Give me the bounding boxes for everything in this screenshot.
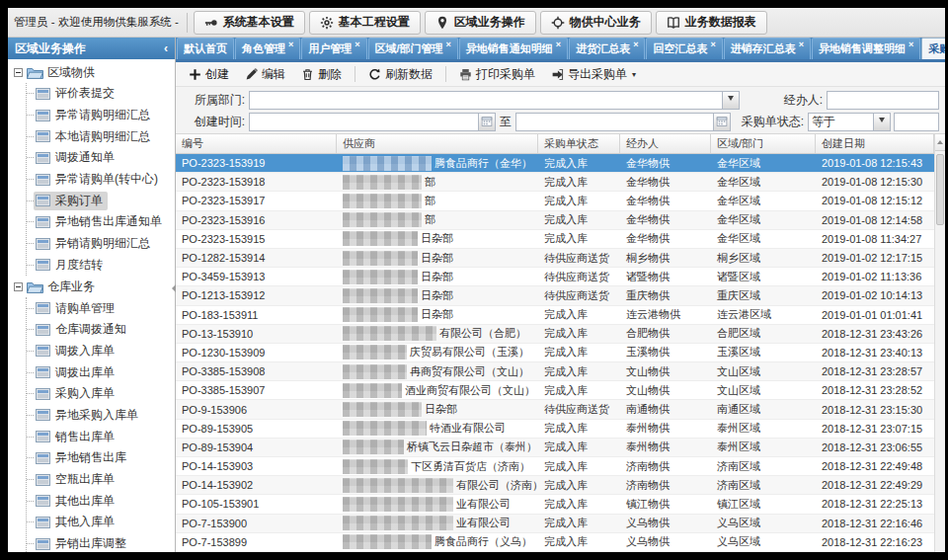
table-row[interactable]: PO-7-153900业有限公司完成入库义乌物供义乌区域2018-12-31 2… <box>176 515 945 533</box>
top-menu-button-3[interactable]: 区域业务操作 <box>425 11 536 35</box>
table-row[interactable]: PO-3385-153908冉商贸有限公司（文山）完成入库文山物供文山区域201… <box>176 362 945 381</box>
created-to-field[interactable] <box>519 114 730 130</box>
tab-6[interactable]: 进货汇总表× <box>569 38 645 59</box>
tab-5[interactable]: 异地销售通知明细× <box>459 38 568 59</box>
top-menu-button-5[interactable]: 业务数据报表 <box>656 11 767 35</box>
column-header-1[interactable]: 编号 <box>176 134 337 153</box>
top-menu-button-2[interactable]: 基本工程设置 <box>309 11 421 35</box>
sidebar-item-异地采购入库单[interactable]: 异地采购入库单 <box>27 405 175 427</box>
tab-close-icon[interactable]: × <box>446 40 451 49</box>
calendar-icon[interactable] <box>478 114 495 130</box>
sidebar-item-采购订单[interactable]: 采购订单 <box>27 190 175 211</box>
table-row[interactable]: PO-13-153910有限公司（合肥）完成入库合肥物供合肥区域2018-12-… <box>176 325 945 344</box>
table-row[interactable]: PO-2323-153916部完成入库金华物供金华区域2019-01-08 12… <box>176 211 945 230</box>
sidebar-item-异销请购明细汇总[interactable]: 异销请购明细汇总 <box>27 233 175 255</box>
table-row[interactable]: PO-1230-153909庆贸易有限公司（玉溪）完成入库玉溪物供玉溪区域201… <box>176 344 945 362</box>
table-row[interactable]: PO-1282-153914日杂部待供应商送货桐乡物供桐乡区域2019-01-0… <box>176 249 945 268</box>
table-row[interactable]: PO-14-153903下区勇清百货店（济南）完成入库济南物供济南区域2018-… <box>176 457 945 476</box>
collapse-box-icon[interactable] <box>14 68 23 77</box>
top-menu-button-4[interactable]: 物供中心业务 <box>540 11 652 35</box>
tab-8[interactable]: 进销存汇总表× <box>724 38 811 59</box>
delete-button[interactable]: 删除 <box>296 64 347 85</box>
column-header-2[interactable]: 供应商 <box>337 134 538 153</box>
tab-close-icon[interactable]: × <box>710 40 715 49</box>
chevron-down-icon[interactable] <box>722 92 739 109</box>
tab-close-icon[interactable]: × <box>908 40 913 49</box>
status-value-field[interactable] <box>898 114 938 130</box>
agent-input[interactable] <box>827 91 939 110</box>
agent-input-field[interactable] <box>830 92 938 109</box>
sidebar-item-调拨出库单[interactable]: 调拨出库单 <box>27 361 175 383</box>
table-row[interactable]: PO-14-153902有限公司（济南）完成入库济南物供济南区域2018-12-… <box>176 476 945 495</box>
tab-7[interactable]: 回空汇总表× <box>646 38 722 59</box>
export-button[interactable]: 导出采购单 ▾ <box>546 64 641 85</box>
splitter-handle-icon[interactable] <box>168 284 176 292</box>
tree-folder-2[interactable]: 仓库业务 <box>14 276 175 297</box>
sidebar-collapse-icon[interactable]: ‹ <box>164 42 168 54</box>
sidebar-item-其他入库单[interactable]: 其他入库单 <box>27 512 175 533</box>
tree-folder-1[interactable]: 区域物供 <box>14 61 175 83</box>
column-header-5[interactable]: 区域/部门 <box>711 134 816 153</box>
sidebar-item-调拨通知单[interactable]: 调拨通知单 <box>27 147 175 169</box>
edit-button[interactable]: 编辑 <box>240 64 290 85</box>
created-from-input[interactable] <box>249 113 496 131</box>
tab-9[interactable]: 异地销售调整明细× <box>812 38 920 59</box>
sidebar-item-月度结转[interactable]: 月度结转 <box>27 255 175 277</box>
table-row[interactable]: PO-183-153911日杂部完成入库连云港物供连云港区域2019-01-01… <box>176 306 945 325</box>
create-button[interactable]: 创建 <box>184 64 234 85</box>
sidebar-item-评价表提交[interactable]: 评价表提交 <box>27 83 175 105</box>
tab-10[interactable]: 采购订单× <box>921 38 945 59</box>
chevron-down-icon[interactable] <box>873 114 890 130</box>
table-row[interactable]: PO-3385-153907酒业商贸有限公司（文山）完成入库文山物供文山区域20… <box>176 381 945 400</box>
department-select[interactable] <box>249 91 740 110</box>
refresh-button[interactable]: 刷新数据 <box>363 64 437 85</box>
table-row[interactable]: PO-105-153901业有限公司完成入库镇江物供镇江区域2018-12-31… <box>176 495 945 514</box>
table-row[interactable]: PO-89-153904桥镇飞云日杂超市（泰州）完成入库泰州物供泰州区域2018… <box>176 439 945 457</box>
sidebar-item-异地销售出库通知单[interactable]: 异地销售出库通知单 <box>27 211 175 233</box>
created-to-input[interactable] <box>515 113 731 131</box>
vertical-scrollbar[interactable] <box>934 134 945 552</box>
sidebar-item-请购单管理[interactable]: 请购单管理 <box>27 297 175 319</box>
tab-close-icon[interactable]: × <box>799 40 804 49</box>
tab-1[interactable]: 默认首页 <box>177 38 234 59</box>
created-from-field[interactable] <box>253 114 495 130</box>
sidebar-item-采购入库单[interactable]: 采购入库单 <box>27 383 175 405</box>
sidebar-item-销售出库单[interactable]: 销售出库单 <box>27 426 175 447</box>
sidebar-item-本地请购明细汇总[interactable]: 本地请购明细汇总 <box>27 125 175 147</box>
status-value-input[interactable] <box>894 113 939 131</box>
sidebar-item-仓库调拨通知[interactable]: 仓库调拨通知 <box>27 319 175 341</box>
table-row[interactable]: PO-2323-153915日杂部完成入库金华物供金华区域2019-01-08 … <box>176 230 945 249</box>
status-operator-select[interactable]: 等于 <box>808 113 891 131</box>
sidebar-item-异地销售出库[interactable]: 异地销售出库 <box>27 447 175 469</box>
sidebar-item-空瓶出库单[interactable]: 空瓶出库单 <box>27 469 175 491</box>
table-row[interactable]: PO-2323-153919腾食品商行（金华）完成入库金华物供金华区域2019-… <box>176 154 945 173</box>
column-header-4[interactable]: 经办人 <box>620 134 711 153</box>
column-header-6[interactable]: 创建日期 <box>816 134 934 153</box>
sidebar-item-调拨入库单[interactable]: 调拨入库单 <box>27 341 175 362</box>
tab-close-icon[interactable]: × <box>556 40 561 49</box>
sidebar-item-异常请购明细汇总[interactable]: 异常请购明细汇总 <box>27 105 175 126</box>
table-row[interactable]: PO-1213-153912日杂部待供应商送货重庆物供重庆区域2019-01-0… <box>176 286 945 305</box>
table-row[interactable]: PO-2323-153917部完成入库金华物供金华区域2019-01-08 12… <box>176 192 945 210</box>
table-row[interactable]: PO-89-153905特酒业有限公司完成入库泰州物供泰州区域2018-12-3… <box>176 420 945 439</box>
tab-4[interactable]: 区域/部门管理× <box>368 38 458 59</box>
table-row[interactable]: PO-2323-153918部完成入库金华物供金华区域2019-01-08 12… <box>176 173 945 192</box>
tab-close-icon[interactable]: × <box>355 40 359 49</box>
sidebar-item-异销出库调整[interactable]: 异销出库调整 <box>27 533 175 552</box>
tab-close-icon[interactable]: × <box>288 40 293 49</box>
table-row[interactable]: PO-3459-153913日杂部待供应商送货诸暨物供诸暨区域2019-01-0… <box>176 268 945 286</box>
sidebar-item-异常请购单(转中心)[interactable]: 异常请购单(转中心) <box>27 169 175 191</box>
collapse-box-icon[interactable] <box>14 282 23 291</box>
table-row[interactable]: PO-9-153906日杂部待供应商送货南通物供南通区域2018-12-31 2… <box>176 400 945 419</box>
print-button[interactable]: 打印采购单 <box>454 64 540 85</box>
tab-3[interactable]: 用户管理× <box>301 38 366 59</box>
tab-2[interactable]: 角色管理× <box>235 38 300 59</box>
top-menu-button-1[interactable]: 系统基本设置 <box>194 11 305 35</box>
calendar-icon[interactable] <box>713 114 730 130</box>
table-row[interactable]: PO-7-153899腾食品商行（义乌）完成入库义乌物供义乌区域2018-12-… <box>176 533 945 552</box>
scrollbar-thumb[interactable] <box>936 154 944 225</box>
scroll-up-icon[interactable] <box>935 134 945 151</box>
column-header-3[interactable]: 采购单状态 <box>538 134 620 153</box>
sidebar-item-其他出库单[interactable]: 其他出库单 <box>27 490 175 512</box>
tab-close-icon[interactable]: × <box>633 40 638 49</box>
